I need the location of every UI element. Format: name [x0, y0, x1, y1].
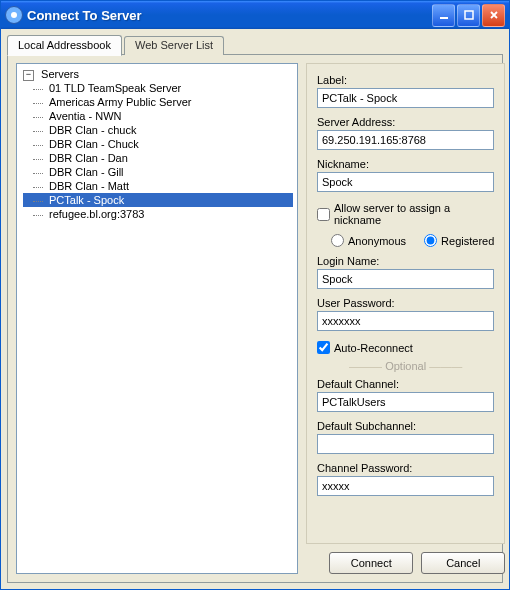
close-button[interactable]	[482, 4, 505, 27]
svg-point-0	[11, 12, 17, 18]
tree-root[interactable]: − Servers 01 TLD TeamSpeak ServerAmerica…	[17, 66, 297, 223]
tree-item[interactable]: Americas Army Public Server	[23, 95, 293, 109]
maximize-icon	[464, 10, 474, 20]
tree-item[interactable]: refugee.bl.org:3783	[23, 207, 293, 221]
label-label: Label:	[317, 74, 494, 86]
login-name-input[interactable]	[317, 269, 494, 289]
svg-rect-2	[465, 11, 473, 19]
client-area: Local Addressbook Web Server List − Serv…	[1, 29, 509, 589]
nickname-input[interactable]	[317, 172, 494, 192]
tree-item[interactable]: PCTalk - Spock	[23, 193, 293, 207]
tree-item[interactable]: Aventia - NWN	[23, 109, 293, 123]
server-address-label: Server Address:	[317, 116, 494, 128]
tab-web-server-list[interactable]: Web Server List	[124, 36, 224, 55]
default-channel-input[interactable]	[317, 392, 494, 412]
auto-reconnect-label[interactable]: Auto-Reconnect	[334, 342, 413, 354]
server-form: Label: Server Address: Nickname: Allow s…	[306, 63, 505, 544]
allow-assign-checkbox[interactable]	[317, 208, 330, 221]
registered-radio[interactable]	[424, 234, 437, 247]
anonymous-radio[interactable]	[331, 234, 344, 247]
minimize-icon	[439, 10, 449, 20]
registered-label[interactable]: Registered	[441, 235, 494, 247]
tree-item[interactable]: DBR Clan - Dan	[23, 151, 293, 165]
window-title: Connect To Server	[27, 8, 430, 23]
cancel-button[interactable]: Cancel	[421, 552, 505, 574]
default-subchannel-input[interactable]	[317, 434, 494, 454]
allow-assign-row: Allow server to assign a nickname	[317, 202, 494, 226]
auto-reconnect-checkbox[interactable]	[317, 341, 330, 354]
label-input[interactable]	[317, 88, 494, 108]
channel-password-label: Channel Password:	[317, 462, 494, 474]
app-icon	[5, 6, 23, 24]
tree-item[interactable]: DBR Clan - Chuck	[23, 137, 293, 151]
svg-rect-1	[440, 17, 448, 19]
user-password-label: User Password:	[317, 297, 494, 309]
nickname-label: Nickname:	[317, 158, 494, 170]
anonymous-label[interactable]: Anonymous	[348, 235, 406, 247]
tree-root-label: Servers	[41, 68, 79, 80]
connect-button[interactable]: Connect	[329, 552, 413, 574]
title-bar: Connect To Server	[1, 1, 509, 29]
tree-item[interactable]: DBR Clan - Matt	[23, 179, 293, 193]
default-subchannel-label: Default Subchannel:	[317, 420, 494, 432]
user-password-input[interactable]	[317, 311, 494, 331]
server-address-input[interactable]	[317, 130, 494, 150]
maximize-button[interactable]	[457, 4, 480, 27]
tree-item[interactable]: DBR Clan - chuck	[23, 123, 293, 137]
dialog-buttons: Connect Cancel	[306, 552, 505, 574]
channel-password-input[interactable]	[317, 476, 494, 496]
identity-radio-group: Anonymous Registered	[331, 230, 494, 251]
tree-item[interactable]: DBR Clan - Gill	[23, 165, 293, 179]
tab-strip: Local Addressbook Web Server List	[7, 33, 503, 55]
login-name-label: Login Name:	[317, 255, 494, 267]
optional-divider: Optional	[317, 360, 494, 372]
default-channel-label: Default Channel:	[317, 378, 494, 390]
close-icon	[489, 10, 499, 20]
tab-pane: − Servers 01 TLD TeamSpeak ServerAmerica…	[7, 54, 503, 583]
details-panel: Label: Server Address: Nickname: Allow s…	[306, 63, 505, 574]
server-tree[interactable]: − Servers 01 TLD TeamSpeak ServerAmerica…	[16, 63, 298, 574]
tab-local-addressbook[interactable]: Local Addressbook	[7, 35, 122, 56]
tree-item[interactable]: 01 TLD TeamSpeak Server	[23, 81, 293, 95]
minimize-button[interactable]	[432, 4, 455, 27]
auto-reconnect-row: Auto-Reconnect	[317, 341, 494, 354]
collapse-icon[interactable]: −	[23, 70, 34, 81]
allow-assign-label[interactable]: Allow server to assign a nickname	[334, 202, 494, 226]
